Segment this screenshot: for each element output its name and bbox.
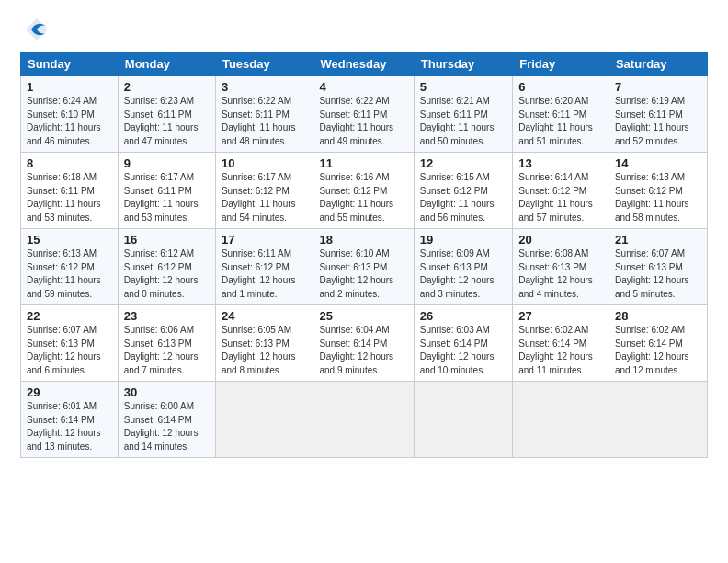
- day-number: 11: [319, 156, 407, 170]
- day-number: 22: [27, 309, 112, 323]
- calendar-cell: 5Sunrise: 6:21 AMSunset: 6:11 PMDaylight…: [414, 76, 512, 153]
- col-header-tuesday: Tuesday: [215, 52, 313, 76]
- day-number: 26: [420, 309, 506, 323]
- calendar-cell: 28Sunrise: 6:02 AMSunset: 6:14 PMDayligh…: [609, 305, 707, 382]
- day-info: Sunrise: 6:15 AMSunset: 6:12 PMDaylight:…: [420, 172, 495, 223]
- calendar-cell: 29Sunrise: 6:01 AMSunset: 6:14 PMDayligh…: [21, 382, 119, 458]
- col-header-wednesday: Wednesday: [313, 52, 414, 76]
- day-number: 27: [518, 309, 603, 323]
- calendar-cell: 14Sunrise: 6:13 AMSunset: 6:12 PMDayligh…: [609, 153, 707, 229]
- calendar-cell: [414, 382, 512, 458]
- calendar-cell: 19Sunrise: 6:09 AMSunset: 6:13 PMDayligh…: [414, 229, 512, 305]
- day-info: Sunrise: 6:04 AMSunset: 6:14 PMDaylight:…: [319, 325, 393, 375]
- day-number: 20: [518, 233, 603, 247]
- calendar-cell: 18Sunrise: 6:10 AMSunset: 6:13 PMDayligh…: [313, 229, 414, 305]
- calendar-cell: [215, 382, 313, 458]
- day-info: Sunrise: 6:17 AMSunset: 6:11 PMDaylight:…: [124, 172, 199, 223]
- page: SundayMondayTuesdayWednesdayThursdayFrid…: [0, 0, 728, 563]
- day-info: Sunrise: 6:16 AMSunset: 6:12 PMDaylight:…: [319, 172, 393, 223]
- calendar-cell: 6Sunrise: 6:20 AMSunset: 6:11 PMDaylight…: [513, 76, 609, 153]
- calendar-cell: 2Sunrise: 6:23 AMSunset: 6:11 PMDaylight…: [118, 76, 215, 153]
- day-info: Sunrise: 6:10 AMSunset: 6:13 PMDaylight:…: [319, 248, 393, 299]
- day-number: 23: [124, 309, 210, 323]
- day-info: Sunrise: 6:20 AMSunset: 6:11 PMDaylight:…: [518, 96, 593, 146]
- day-number: 28: [615, 309, 701, 323]
- day-number: 30: [124, 385, 210, 399]
- calendar-cell: 22Sunrise: 6:07 AMSunset: 6:13 PMDayligh…: [21, 305, 119, 382]
- day-info: Sunrise: 6:22 AMSunset: 6:11 PMDaylight:…: [319, 96, 393, 146]
- day-number: 7: [615, 80, 701, 94]
- day-number: 12: [420, 156, 506, 170]
- day-number: 9: [124, 156, 210, 170]
- calendar-cell: 27Sunrise: 6:02 AMSunset: 6:14 PMDayligh…: [513, 305, 609, 382]
- day-info: Sunrise: 6:17 AMSunset: 6:12 PMDaylight:…: [222, 172, 296, 223]
- day-info: Sunrise: 6:23 AMSunset: 6:11 PMDaylight:…: [124, 96, 199, 146]
- calendar-cell: 17Sunrise: 6:11 AMSunset: 6:12 PMDayligh…: [215, 229, 313, 305]
- day-info: Sunrise: 6:01 AMSunset: 6:14 PMDaylight:…: [27, 401, 101, 452]
- calendar-cell: 7Sunrise: 6:19 AMSunset: 6:11 PMDaylight…: [609, 76, 707, 153]
- day-number: 15: [27, 233, 112, 247]
- day-info: Sunrise: 6:09 AMSunset: 6:13 PMDaylight:…: [420, 248, 495, 299]
- day-info: Sunrise: 6:21 AMSunset: 6:11 PMDaylight:…: [420, 96, 495, 146]
- calendar-cell: 11Sunrise: 6:16 AMSunset: 6:12 PMDayligh…: [313, 153, 414, 229]
- calendar-cell: 3Sunrise: 6:22 AMSunset: 6:11 PMDaylight…: [215, 76, 313, 153]
- day-number: 4: [319, 80, 407, 94]
- calendar-cell: 21Sunrise: 6:07 AMSunset: 6:13 PMDayligh…: [609, 229, 707, 305]
- day-number: 6: [518, 80, 603, 94]
- calendar-cell: 12Sunrise: 6:15 AMSunset: 6:12 PMDayligh…: [414, 153, 512, 229]
- day-info: Sunrise: 6:12 AMSunset: 6:12 PMDaylight:…: [124, 248, 199, 299]
- calendar-cell: [513, 382, 609, 458]
- calendar-cell: 9Sunrise: 6:17 AMSunset: 6:11 PMDaylight…: [118, 153, 215, 229]
- calendar-cell: 20Sunrise: 6:08 AMSunset: 6:13 PMDayligh…: [513, 229, 609, 305]
- calendar-cell: 1Sunrise: 6:24 AMSunset: 6:10 PMDaylight…: [21, 76, 119, 153]
- day-info: Sunrise: 6:14 AMSunset: 6:12 PMDaylight:…: [518, 172, 593, 223]
- day-info: Sunrise: 6:08 AMSunset: 6:13 PMDaylight:…: [518, 248, 593, 299]
- calendar-cell: 25Sunrise: 6:04 AMSunset: 6:14 PMDayligh…: [313, 305, 414, 382]
- logo-icon: [24, 17, 50, 42]
- calendar-cell: 30Sunrise: 6:00 AMSunset: 6:14 PMDayligh…: [118, 382, 215, 458]
- calendar-table: SundayMondayTuesdayWednesdayThursdayFrid…: [20, 52, 708, 458]
- calendar-cell: 16Sunrise: 6:12 AMSunset: 6:12 PMDayligh…: [118, 229, 215, 305]
- day-info: Sunrise: 6:02 AMSunset: 6:14 PMDaylight:…: [615, 325, 689, 375]
- day-number: 13: [518, 156, 603, 170]
- day-number: 18: [319, 233, 407, 247]
- day-number: 2: [124, 80, 210, 94]
- day-info: Sunrise: 6:13 AMSunset: 6:12 PMDaylight:…: [27, 248, 101, 299]
- day-info: Sunrise: 6:22 AMSunset: 6:11 PMDaylight:…: [222, 96, 296, 146]
- day-info: Sunrise: 6:07 AMSunset: 6:13 PMDaylight:…: [27, 325, 101, 375]
- col-header-thursday: Thursday: [414, 52, 512, 76]
- day-info: Sunrise: 6:02 AMSunset: 6:14 PMDaylight:…: [518, 325, 593, 375]
- day-number: 5: [420, 80, 506, 94]
- day-number: 10: [222, 156, 308, 170]
- calendar-cell: 23Sunrise: 6:06 AMSunset: 6:13 PMDayligh…: [118, 305, 215, 382]
- calendar-cell: 4Sunrise: 6:22 AMSunset: 6:11 PMDaylight…: [313, 76, 414, 153]
- day-number: 3: [222, 80, 308, 94]
- day-number: 16: [124, 233, 210, 247]
- day-number: 17: [222, 233, 308, 247]
- header: [20, 17, 708, 42]
- calendar-cell: 26Sunrise: 6:03 AMSunset: 6:14 PMDayligh…: [414, 305, 512, 382]
- day-info: Sunrise: 6:19 AMSunset: 6:11 PMDaylight:…: [615, 96, 689, 146]
- calendar-cell: 8Sunrise: 6:18 AMSunset: 6:11 PMDaylight…: [21, 153, 119, 229]
- day-number: 21: [615, 233, 701, 247]
- calendar-cell: 15Sunrise: 6:13 AMSunset: 6:12 PMDayligh…: [21, 229, 119, 305]
- day-number: 8: [27, 156, 112, 170]
- calendar-cell: [609, 382, 707, 458]
- calendar-cell: 10Sunrise: 6:17 AMSunset: 6:12 PMDayligh…: [215, 153, 313, 229]
- col-header-monday: Monday: [118, 52, 215, 76]
- day-info: Sunrise: 6:05 AMSunset: 6:13 PMDaylight:…: [222, 325, 296, 375]
- logo: [20, 17, 50, 42]
- col-header-sunday: Sunday: [21, 52, 119, 76]
- day-info: Sunrise: 6:03 AMSunset: 6:14 PMDaylight:…: [420, 325, 495, 375]
- day-number: 24: [222, 309, 308, 323]
- day-info: Sunrise: 6:18 AMSunset: 6:11 PMDaylight:…: [27, 172, 101, 223]
- day-number: 1: [27, 80, 112, 94]
- day-info: Sunrise: 6:11 AMSunset: 6:12 PMDaylight:…: [222, 248, 296, 299]
- day-info: Sunrise: 6:13 AMSunset: 6:12 PMDaylight:…: [615, 172, 689, 223]
- calendar-cell: [313, 382, 414, 458]
- day-number: 19: [420, 233, 506, 247]
- col-header-friday: Friday: [513, 52, 609, 76]
- day-number: 25: [319, 309, 407, 323]
- calendar-cell: 24Sunrise: 6:05 AMSunset: 6:13 PMDayligh…: [215, 305, 313, 382]
- col-header-saturday: Saturday: [609, 52, 707, 76]
